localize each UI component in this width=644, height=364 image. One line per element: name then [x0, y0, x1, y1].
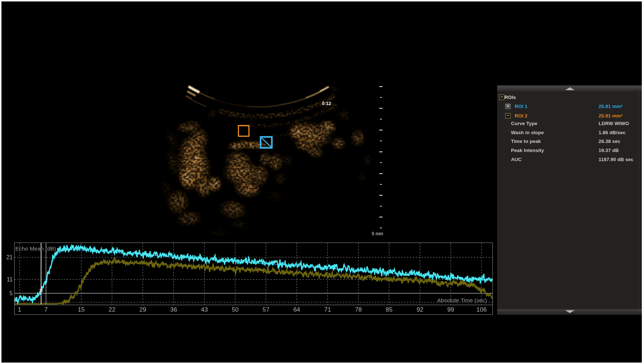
svg-text:85: 85	[386, 306, 393, 313]
svg-text:50: 50	[232, 306, 239, 313]
svg-text:1: 1	[18, 306, 21, 313]
svg-text:0:12: 0:12	[322, 101, 331, 106]
svg-text:5: 5	[9, 290, 13, 296]
svg-text:106: 106	[476, 306, 487, 313]
svg-text:29: 29	[139, 306, 146, 313]
svg-text:64: 64	[293, 306, 300, 313]
svg-text:5 mm: 5 mm	[372, 231, 383, 236]
svg-text:11: 11	[7, 276, 13, 283]
svg-text:43: 43	[201, 306, 208, 313]
svg-text:71: 71	[324, 306, 331, 313]
svg-text:Echo Mean (dB): Echo Mean (dB)	[15, 245, 56, 252]
svg-text:21: 21	[6, 254, 13, 260]
svg-text:7: 7	[44, 306, 48, 313]
svg-text:57: 57	[262, 306, 269, 313]
svg-text:78: 78	[355, 306, 362, 313]
svg-text:22: 22	[109, 306, 116, 313]
svg-text:15: 15	[78, 306, 85, 313]
svg-text:Absolute Time (sec): Absolute Time (sec)	[437, 297, 487, 303]
svg-text:92: 92	[416, 306, 423, 313]
svg-text:99: 99	[447, 306, 454, 313]
svg-text:36: 36	[170, 306, 177, 313]
